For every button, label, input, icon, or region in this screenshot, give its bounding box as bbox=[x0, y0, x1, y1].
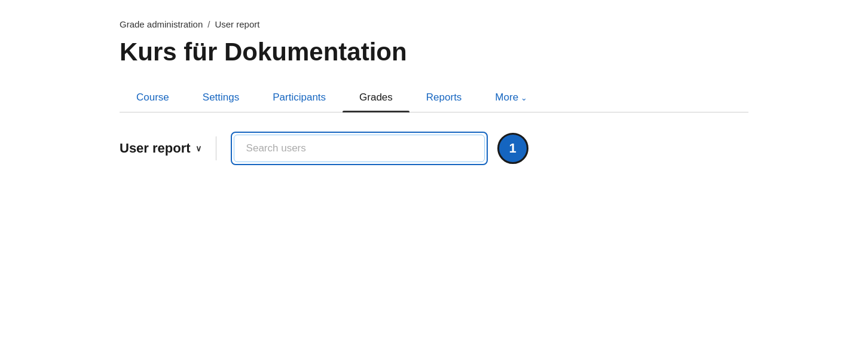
user-report-dropdown[interactable]: User report ∨ bbox=[120, 141, 201, 156]
breadcrumb-current: User report bbox=[215, 19, 259, 29]
chevron-down-icon: ⌄ bbox=[521, 93, 527, 102]
toolbar-divider bbox=[216, 136, 216, 160]
tab-more[interactable]: More ⌄ bbox=[478, 83, 544, 112]
tab-grades[interactable]: Grades bbox=[343, 83, 409, 112]
search-wrapper bbox=[231, 132, 488, 165]
breadcrumb: Grade administration / User report bbox=[120, 0, 748, 34]
toolbar: User report ∨ 1 bbox=[120, 112, 748, 165]
nav-tabs: Course Settings Participants Grades Repo… bbox=[120, 83, 748, 112]
tab-reports[interactable]: Reports bbox=[409, 83, 479, 112]
report-chevron-icon: ∨ bbox=[195, 144, 201, 153]
user-count-value: 1 bbox=[509, 141, 516, 156]
page-title: Kurs für Dokumentation bbox=[120, 38, 748, 66]
tab-settings[interactable]: Settings bbox=[186, 83, 256, 112]
breadcrumb-parent: Grade administration bbox=[120, 19, 203, 29]
page-container: Grade administration / User report Kurs … bbox=[0, 0, 868, 165]
search-input[interactable] bbox=[234, 135, 485, 162]
user-count-badge[interactable]: 1 bbox=[497, 133, 528, 164]
tab-course[interactable]: Course bbox=[120, 83, 186, 112]
breadcrumb-separator: / bbox=[207, 19, 210, 29]
tab-participants[interactable]: Participants bbox=[256, 83, 343, 112]
user-report-label-text: User report bbox=[120, 141, 191, 156]
